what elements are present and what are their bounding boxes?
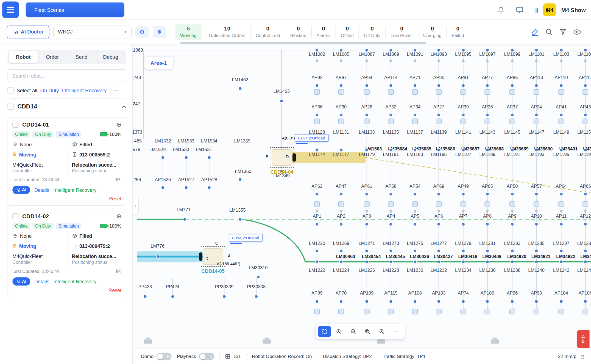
map-node[interactable] — [413, 148, 417, 152]
scene-select[interactable]: WHCJ ▾ — [53, 26, 131, 38]
stat-control-lost[interactable]: 0Control Lost — [251, 26, 285, 38]
stat-unfinished-orders[interactable]: 10Unfinished Orders — [204, 26, 250, 38]
stat-off-duty[interactable]: 0Off Duty — [359, 26, 385, 38]
map-node[interactable] — [437, 84, 440, 87]
map-node[interactable] — [486, 113, 489, 116]
map-node[interactable] — [559, 249, 563, 253]
map-node[interactable] — [437, 222, 440, 226]
map-station[interactable] — [461, 201, 466, 207]
map-node[interactable] — [315, 260, 319, 264]
map-node[interactable] — [365, 113, 368, 116]
map-node[interactable] — [511, 113, 514, 116]
map-node[interactable] — [208, 156, 211, 159]
map-station[interactable] — [314, 201, 320, 207]
operation-record-status[interactable]: Robot Operation Record: On — [252, 354, 312, 359]
map-node[interactable] — [559, 260, 563, 264]
map-node[interactable] — [511, 222, 514, 226]
more-options-icon[interactable]: ⋯ — [113, 87, 119, 94]
map-node[interactable] — [584, 222, 587, 226]
map-node[interactable] — [365, 249, 368, 253]
map-node[interactable] — [315, 249, 319, 253]
map-node[interactable] — [161, 186, 165, 189]
stat-working[interactable]: 5Working — [175, 24, 202, 40]
map-node[interactable] — [462, 148, 465, 152]
map-station[interactable] — [510, 309, 515, 314]
map-canvas[interactable]: LM1082LM1085LM1087LM1089LM1091LM1093LM10… — [133, 44, 591, 364]
map-node[interactable] — [462, 249, 465, 253]
sidebar-collapse-handle[interactable]: ‹ — [133, 196, 139, 215]
stat-failed[interactable]: 0Failed — [447, 26, 469, 38]
map-station[interactable] — [534, 309, 539, 314]
settings-button[interactable]: ⚙ — [135, 26, 149, 38]
map-node[interactable] — [584, 260, 587, 264]
map-node[interactable] — [389, 113, 392, 116]
map-node[interactable] — [365, 222, 368, 226]
map-node[interactable] — [486, 222, 489, 226]
map-node[interactable] — [511, 148, 514, 152]
details-link[interactable]: Details — [34, 279, 49, 284]
map-node[interactable] — [584, 300, 587, 303]
traffic-strategy[interactable]: Traffic Strategy: TP1 — [383, 354, 425, 359]
map-node[interactable] — [437, 300, 440, 303]
map-node[interactable] — [486, 300, 489, 303]
map-node[interactable] — [559, 300, 563, 303]
ai-diagnose-button[interactable]: AI — [12, 186, 30, 194]
map-node[interactable] — [339, 113, 343, 116]
map-station[interactable] — [583, 119, 588, 124]
playback-toggle[interactable]: N — [199, 353, 214, 360]
map-node[interactable] — [389, 300, 392, 303]
map-node[interactable] — [413, 113, 417, 116]
edit-map-button[interactable] — [531, 28, 539, 36]
tab-robot[interactable]: Robot — [9, 51, 38, 63]
map-station[interactable] — [485, 309, 490, 314]
map-node[interactable] — [185, 186, 188, 189]
map-node[interactable] — [437, 148, 440, 152]
map-station[interactable] — [436, 89, 441, 94]
map-node[interactable] — [535, 249, 538, 253]
map-node[interactable] — [535, 222, 538, 226]
map-station[interactable] — [485, 89, 490, 94]
map-node[interactable] — [389, 84, 392, 87]
map-node[interactable] — [339, 84, 343, 87]
ai-diagnose-button[interactable]: AI — [12, 277, 30, 285]
map-node[interactable] — [462, 222, 465, 226]
map-node[interactable] — [365, 260, 368, 264]
map-station[interactable] — [436, 201, 441, 207]
map-station[interactable] — [485, 201, 490, 207]
map-node[interactable] — [365, 148, 368, 152]
map-node[interactable] — [413, 84, 417, 87]
map-node[interactable] — [486, 148, 489, 152]
reset-link[interactable]: Reset — [108, 196, 121, 202]
map-node[interactable] — [437, 113, 440, 116]
map-node[interactable] — [413, 48, 417, 52]
tab-debug[interactable]: Debug — [96, 51, 125, 63]
map-node[interactable] — [584, 113, 587, 116]
freeze-button[interactable]: ❄ — [153, 26, 166, 38]
map-node[interactable] — [486, 192, 489, 196]
menu-button[interactable] — [2, 1, 19, 18]
map-node[interactable] — [559, 192, 563, 196]
map-node[interactable] — [315, 84, 319, 87]
map-node[interactable] — [222, 295, 226, 298]
map-node[interactable] — [315, 148, 319, 152]
marquee-select-button[interactable] — [318, 326, 331, 337]
map-node[interactable] — [535, 113, 538, 116]
stat-alarms[interactable]: 0Alarms — [312, 26, 336, 38]
map-node[interactable] — [535, 84, 538, 87]
robot-marker-cdd14-05[interactable]: C B D A(-169.449°) CDD14-05 — [201, 247, 225, 267]
map-node[interactable] — [584, 148, 587, 152]
map-node[interactable] — [462, 84, 465, 87]
map-station[interactable] — [559, 119, 564, 124]
stat-blocked[interactable]: 0Blocked — [285, 26, 311, 38]
map-node[interactable] — [511, 48, 514, 52]
map-station[interactable] — [583, 201, 588, 207]
map-station[interactable] — [388, 89, 394, 94]
map-node[interactable] — [183, 218, 186, 221]
map-node[interactable] — [462, 300, 465, 303]
map-node[interactable] — [257, 275, 260, 279]
map-node[interactable] — [486, 249, 489, 253]
map-node[interactable] — [486, 48, 489, 52]
map-node[interactable] — [389, 148, 392, 152]
map-node[interactable] — [413, 300, 417, 303]
area-label[interactable]: Area-1 — [144, 57, 173, 69]
